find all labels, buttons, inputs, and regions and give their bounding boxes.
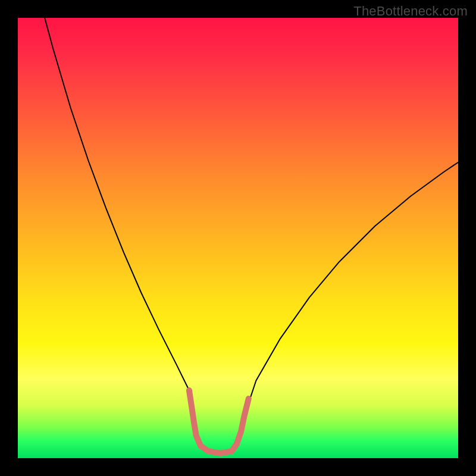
series-right-branch	[244, 162, 458, 416]
series-highlight-valley	[201, 444, 237, 453]
chart-frame: TheBottleneck.com	[0, 0, 476, 476]
series-highlight-right-stub	[237, 399, 249, 444]
chart-curves-svg	[18, 18, 458, 458]
watermark-label: TheBottleneck.com	[353, 4, 468, 19]
series-left-branch	[45, 18, 244, 453]
series-highlight-left-stub	[189, 390, 201, 446]
chart-plot-area	[18, 18, 458, 458]
